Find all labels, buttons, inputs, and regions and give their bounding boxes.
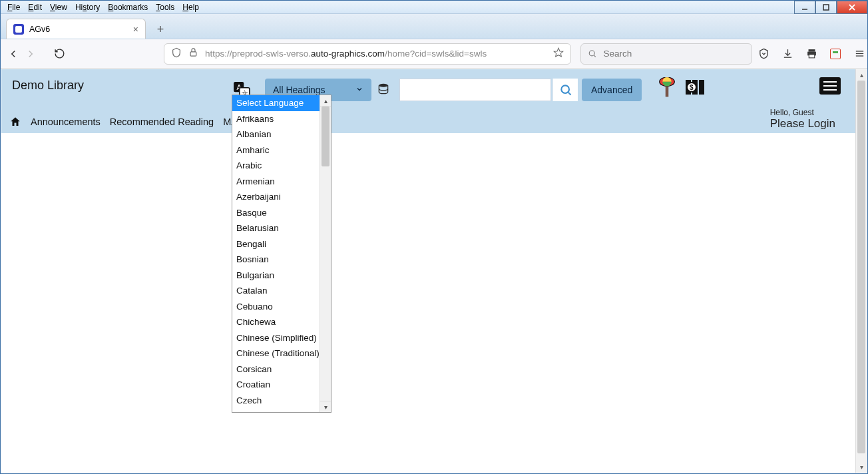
extension-icon[interactable] xyxy=(829,48,841,60)
language-option[interactable]: Afrikaans xyxy=(232,111,331,127)
language-option[interactable]: Cebuano xyxy=(232,299,331,315)
scroll-down-arrow[interactable]: ▾ xyxy=(320,401,331,412)
svg-rect-1 xyxy=(823,5,829,10)
svg-rect-9 xyxy=(808,49,815,52)
menu-view[interactable]: View xyxy=(46,2,71,13)
scroll-thumb[interactable] xyxy=(322,107,329,166)
menu-help[interactable]: Help xyxy=(178,2,203,13)
language-option[interactable]: Croatian xyxy=(232,377,331,393)
print-icon[interactable] xyxy=(805,48,817,60)
svg-line-21 xyxy=(568,93,570,95)
svg-rect-4 xyxy=(190,52,196,56)
scroll-up-arrow[interactable]: ▴ xyxy=(320,95,331,107)
svg-rect-11 xyxy=(809,55,815,58)
address-bar[interactable]: https://preprod-swls-verso.auto-graphics… xyxy=(164,43,571,65)
downloads-icon[interactable] xyxy=(781,48,793,60)
nav-reload-button[interactable] xyxy=(54,44,65,64)
page-scrollbar[interactable]: ▴ ▾ xyxy=(855,69,867,473)
tab-title: AGv6 xyxy=(29,25,50,34)
bookmark-star-icon[interactable] xyxy=(553,47,564,61)
nav-recommended[interactable]: Recommended Reading xyxy=(110,117,214,127)
svg-rect-24 xyxy=(666,87,669,97)
language-option[interactable]: Select Language xyxy=(232,95,331,111)
language-option[interactable]: Corsican xyxy=(232,361,331,377)
svg-point-19 xyxy=(379,84,387,87)
kids-catalog-icon[interactable] xyxy=(658,77,676,103)
language-scrollbar[interactable]: ▴ ▾ xyxy=(320,95,331,412)
menu-edit[interactable]: Edit xyxy=(24,2,46,13)
language-option[interactable]: Arabic xyxy=(232,158,331,174)
svg-text:$: $ xyxy=(690,84,694,91)
browser-toolbar: https://preprod-swls-verso.auto-graphics… xyxy=(1,39,867,69)
search-icon xyxy=(588,49,597,59)
catalog-search-button[interactable] xyxy=(552,79,578,101)
tab-close-icon[interactable]: × xyxy=(133,24,138,35)
login-link[interactable]: Please Login xyxy=(770,117,835,130)
language-option[interactable]: Chichewa xyxy=(232,314,331,330)
window-close-button[interactable] xyxy=(837,1,867,14)
svg-point-6 xyxy=(589,51,594,56)
research-icon[interactable]: $ xyxy=(684,77,707,100)
language-option[interactable]: Belarusian xyxy=(232,220,331,236)
tab-strip: AGv6 × + xyxy=(1,14,867,39)
nav-row: Announcements Recommended Reading MARC2 xyxy=(9,116,257,128)
language-option[interactable]: Albanian xyxy=(232,126,331,142)
language-option[interactable]: Czech xyxy=(232,393,331,409)
svg-line-7 xyxy=(594,55,595,57)
database-icon[interactable] xyxy=(377,83,391,97)
menu-history[interactable]: History xyxy=(71,2,104,13)
language-option[interactable]: Basque xyxy=(232,205,331,221)
browser-tab[interactable]: AGv6 × xyxy=(6,19,146,39)
list-view-icon[interactable] xyxy=(819,77,841,95)
language-option[interactable]: Catalan xyxy=(232,283,331,299)
greeting-block: Hello, Guest Please Login xyxy=(770,108,835,130)
page-content xyxy=(1,133,855,473)
window-minimize-button[interactable] xyxy=(794,1,815,14)
language-option[interactable]: Azerbaijani xyxy=(232,189,331,205)
language-option[interactable]: Bengali xyxy=(232,236,331,252)
library-header: Demo Library A文 All Headings Advanced $ xyxy=(1,69,855,133)
browser-search-input[interactable] xyxy=(604,49,746,59)
nav-back-button[interactable] xyxy=(7,44,19,64)
window-maximize-button[interactable] xyxy=(815,1,837,14)
headings-label: All Headings xyxy=(273,85,326,95)
svg-rect-29 xyxy=(699,80,704,95)
svg-marker-5 xyxy=(554,48,562,57)
app-menu-icon[interactable] xyxy=(853,48,865,60)
menu-tools[interactable]: Tools xyxy=(152,2,178,13)
browser-menubar: File Edit View History Bookmarks Tools H… xyxy=(1,1,867,14)
catalog-search-input[interactable] xyxy=(399,79,551,101)
page-scroll-thumb[interactable] xyxy=(857,81,865,453)
advanced-label: Advanced xyxy=(591,85,632,95)
nav-announcements[interactable]: Announcements xyxy=(31,117,101,127)
menu-file[interactable]: File xyxy=(3,2,24,13)
chevron-down-icon xyxy=(355,85,363,95)
language-option[interactable]: Amharic xyxy=(232,142,331,158)
tab-favicon xyxy=(13,24,24,35)
language-option[interactable]: Bulgarian xyxy=(232,268,331,284)
home-icon[interactable] xyxy=(9,116,21,128)
language-option[interactable]: Chinese (Traditional) xyxy=(232,346,331,361)
language-option[interactable]: Armenian xyxy=(232,174,331,190)
page-scroll-up[interactable]: ▴ xyxy=(856,69,867,81)
page-scroll-down[interactable]: ▾ xyxy=(856,461,867,473)
url-text: https://preprod-swls-verso.auto-graphics… xyxy=(205,49,487,59)
language-option[interactable]: Bosnian xyxy=(232,252,331,268)
greeting-text: Hello, Guest xyxy=(770,108,835,117)
lock-icon[interactable] xyxy=(188,47,198,60)
language-dropdown[interactable]: Select LanguageAfrikaansAlbanianAmharicA… xyxy=(232,95,331,413)
nav-forward-button[interactable] xyxy=(25,44,37,64)
svg-point-20 xyxy=(561,85,569,93)
new-tab-button[interactable]: + xyxy=(151,20,170,39)
browser-search-field[interactable] xyxy=(580,43,752,65)
advanced-search-button[interactable]: Advanced xyxy=(582,79,642,101)
menu-bookmarks[interactable]: Bookmarks xyxy=(104,2,152,13)
pocket-icon[interactable] xyxy=(758,48,769,60)
shield-icon[interactable] xyxy=(171,47,182,61)
library-title: Demo Library xyxy=(12,79,84,93)
language-option[interactable]: Chinese (Simplified) xyxy=(232,330,331,346)
